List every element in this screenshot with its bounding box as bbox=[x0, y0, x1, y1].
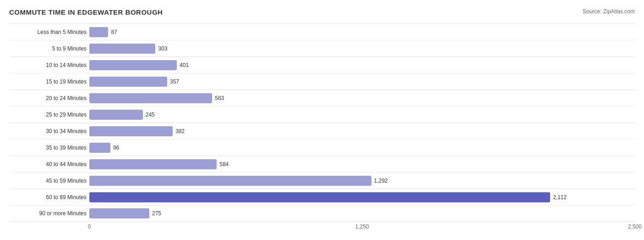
bar-label: 15 to 19 Minutes bbox=[9, 78, 89, 85]
bar-fill bbox=[89, 27, 108, 37]
bar-value-label: 245 bbox=[146, 112, 155, 118]
bar-area: 563 bbox=[89, 90, 635, 106]
bar-value-label: 584 bbox=[219, 161, 229, 167]
chart-container: COMMUTE TIME IN EDGEWATER BOROUGH Source… bbox=[0, 0, 644, 240]
bar-area: 382 bbox=[89, 123, 635, 139]
bar-row: 10 to 14 Minutes401 bbox=[9, 56, 635, 73]
bar-row: Less than 5 Minutes87 bbox=[9, 23, 635, 40]
bar-row: 5 to 9 Minutes303 bbox=[9, 40, 635, 56]
bar-row: 45 to 59 Minutes1,292 bbox=[9, 172, 635, 189]
x-tick-label: 2,500 bbox=[628, 223, 642, 230]
bar-area: 357 bbox=[89, 73, 635, 89]
bar-value-label: 563 bbox=[215, 95, 224, 101]
bar-value-label: 401 bbox=[180, 62, 189, 68]
bar-label: 20 to 24 Minutes bbox=[9, 95, 89, 101]
bar-area: 584 bbox=[89, 156, 635, 172]
bar-row: 20 to 24 Minutes563 bbox=[9, 89, 635, 106]
bar-area: 87 bbox=[89, 24, 635, 40]
x-axis: 01,2502,500 bbox=[89, 223, 635, 233]
chart-source: Source: ZipAtlas.com bbox=[583, 8, 635, 15]
bar-area: 275 bbox=[89, 206, 635, 221]
bar-label: 30 to 34 Minutes bbox=[9, 128, 89, 134]
bar-row: 90 or more Minutes275 bbox=[9, 205, 635, 222]
bar-label: 90 or more Minutes bbox=[9, 210, 89, 217]
x-tick-label: 0 bbox=[88, 223, 91, 230]
bar-row: 25 to 29 Minutes245 bbox=[9, 106, 635, 123]
bar-row: 35 to 39 Minutes96 bbox=[9, 139, 635, 156]
bar-row: 40 to 44 Minutes584 bbox=[9, 156, 635, 172]
x-tick-label: 1,250 bbox=[355, 223, 369, 230]
chart-title: COMMUTE TIME IN EDGEWATER BOROUGH bbox=[9, 8, 163, 16]
bar-area: 401 bbox=[89, 57, 635, 73]
chart-body: Less than 5 Minutes875 to 9 Minutes30310… bbox=[9, 23, 635, 222]
bar-label: Less than 5 Minutes bbox=[9, 29, 89, 35]
bar-fill bbox=[89, 126, 173, 136]
bar-label: 10 to 14 Minutes bbox=[9, 62, 89, 68]
bar-fill bbox=[89, 60, 177, 70]
bar-value-label: 87 bbox=[111, 29, 117, 35]
chart-header: COMMUTE TIME IN EDGEWATER BOROUGH Source… bbox=[9, 8, 635, 16]
bar-value-label: 96 bbox=[113, 145, 119, 151]
bar-label: 25 to 29 Minutes bbox=[9, 112, 89, 118]
bar-fill bbox=[89, 208, 149, 218]
bar-area: 1,292 bbox=[89, 173, 635, 189]
bar-value-label: 357 bbox=[170, 78, 179, 85]
bar-area: 303 bbox=[89, 40, 635, 56]
bar-fill bbox=[89, 93, 212, 103]
bar-area: 2,112 bbox=[89, 189, 635, 205]
bar-value-label: 2,112 bbox=[553, 194, 567, 201]
bar-fill bbox=[89, 159, 217, 169]
bar-area: 245 bbox=[89, 106, 635, 123]
bar-label: 5 to 9 Minutes bbox=[9, 45, 89, 52]
bar-label: 60 to 89 Minutes bbox=[9, 194, 89, 201]
bar-fill bbox=[89, 44, 155, 54]
bar-area: 96 bbox=[89, 140, 635, 156]
bar-label: 35 to 39 Minutes bbox=[9, 145, 89, 151]
bar-row: 30 to 34 Minutes382 bbox=[9, 123, 635, 139]
bar-row: 15 to 19 Minutes357 bbox=[9, 73, 635, 89]
bar-fill bbox=[89, 110, 143, 120]
bar-label: 40 to 44 Minutes bbox=[9, 161, 89, 167]
bar-fill bbox=[89, 143, 110, 153]
bar-value-label: 275 bbox=[152, 210, 161, 217]
bar-value-label: 382 bbox=[175, 128, 185, 134]
bar-value-label: 1,292 bbox=[374, 178, 388, 184]
bar-label: 45 to 59 Minutes bbox=[9, 178, 89, 184]
bar-row: 60 to 89 Minutes2,112 bbox=[9, 189, 635, 205]
bar-fill bbox=[89, 192, 550, 202]
bar-fill bbox=[89, 176, 371, 186]
bar-value-label: 303 bbox=[158, 45, 167, 52]
bar-fill bbox=[89, 77, 167, 87]
